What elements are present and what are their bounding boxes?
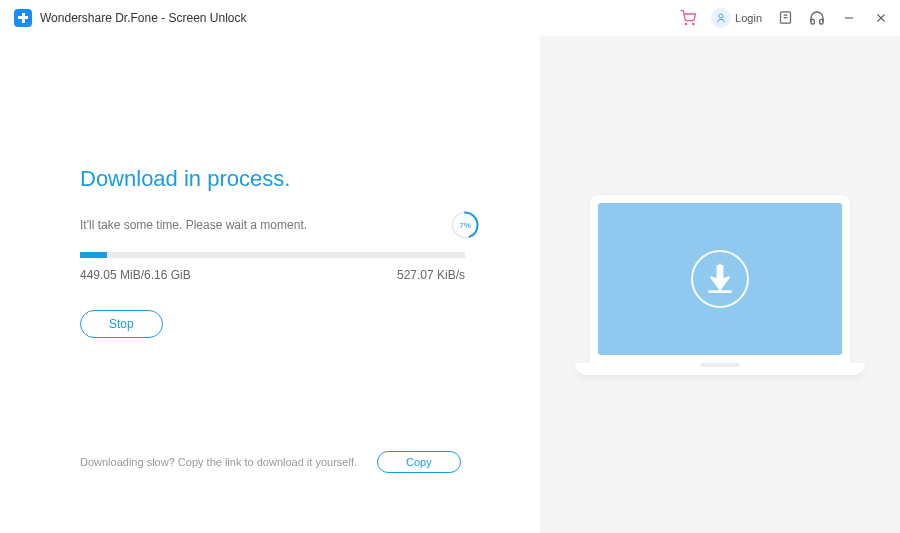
app-logo-icon [14,9,32,27]
svg-point-2 [719,14,723,18]
progress-fill [80,252,107,258]
laptop-illustration [590,195,850,375]
feedback-icon[interactable] [776,9,794,27]
left-panel: Download in process. It'll take some tim… [0,36,540,533]
login-button[interactable]: Login [711,8,762,28]
titlebar-left: Wondershare Dr.Fone - Screen Unlock [14,9,247,27]
percent-label: 7% [459,221,471,230]
progress-bar [80,252,465,258]
copy-button[interactable]: Copy [377,451,461,473]
laptop-inner [598,203,842,355]
content: Download in process. It'll take some tim… [0,36,900,533]
stop-button[interactable]: Stop [80,310,163,338]
svg-rect-11 [717,265,724,280]
footer-row: Downloading slow? Copy the link to downl… [80,451,480,473]
titlebar-right: Login [679,8,890,28]
download-speed: 527.07 KiB/s [397,268,465,282]
wait-message: It'll take some time. Please wait a mome… [80,218,307,232]
progress-circle: 7% [450,210,480,240]
close-icon[interactable] [872,9,890,27]
laptop-screen [590,195,850,363]
svg-point-0 [685,23,686,24]
download-arrow-icon [685,244,755,314]
support-icon[interactable] [808,9,826,27]
page-heading: Download in process. [80,166,480,192]
login-label: Login [735,12,762,24]
svg-point-1 [693,23,694,24]
minimize-icon[interactable] [840,9,858,27]
progress-row: It'll take some time. Please wait a mome… [80,210,480,240]
titlebar: Wondershare Dr.Fone - Screen Unlock Logi… [0,0,900,36]
user-avatar-icon [711,8,731,28]
app-title: Wondershare Dr.Fone - Screen Unlock [40,11,247,25]
cart-icon[interactable] [679,9,697,27]
downloaded-amount: 449.05 MiB/6.16 GiB [80,268,191,282]
footer-message: Downloading slow? Copy the link to downl… [80,456,357,468]
right-panel [540,36,900,533]
stats-row: 449.05 MiB/6.16 GiB 527.07 KiB/s [80,268,465,282]
laptop-base [575,363,865,375]
